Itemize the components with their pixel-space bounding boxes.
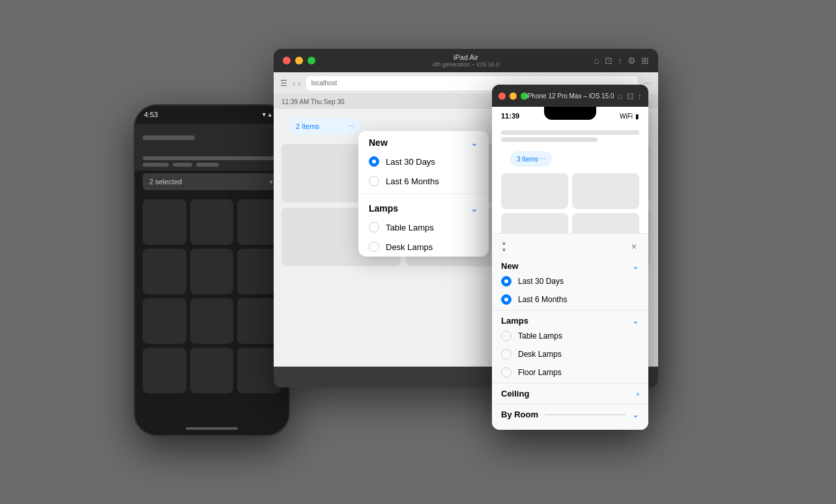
iphone-screenshot-icon[interactable]: ⊡ bbox=[627, 91, 634, 101]
iphone-content: 3 Items ⋯ bbox=[492, 125, 648, 251]
iphone-close-traffic-light[interactable] bbox=[498, 92, 506, 100]
ipad-window-title-main: iPad Air bbox=[433, 53, 500, 61]
ipad-popup-label-last6months: Last 6 Months bbox=[386, 176, 439, 186]
ipad-popup-radio-desklamps[interactable] bbox=[369, 242, 379, 252]
ipad-popup-radio-tablelamps[interactable] bbox=[369, 222, 379, 232]
android-line-2c bbox=[196, 163, 219, 167]
android-grid bbox=[135, 194, 289, 399]
android-grid-item[interactable] bbox=[190, 199, 234, 245]
android-grid-item[interactable] bbox=[143, 348, 186, 393]
ipad-popup-section2-title: Lamps bbox=[369, 203, 398, 214]
panel-close-button[interactable]: ✕ bbox=[629, 242, 639, 252]
ipad-popup-label-desklamps: Desk Lamps bbox=[386, 242, 433, 252]
android-grid-item[interactable] bbox=[190, 249, 234, 294]
ipad-dropdown-popup: New ⌄ Last 30 Days Last 6 Months Lamps ⌄… bbox=[358, 131, 489, 257]
iphone-panel-item-last6months[interactable]: Last 6 Months bbox=[492, 290, 648, 309]
iphone-panel-radio-tablelamps[interactable] bbox=[501, 331, 512, 341]
panel-up-icon[interactable]: ▲ bbox=[501, 240, 507, 246]
ipad-popup-radio-last30[interactable] bbox=[369, 156, 379, 167]
grid-icon[interactable]: ⊞ bbox=[641, 55, 649, 66]
ipad-date-text: 11:39 AM Thu Sep 30 bbox=[281, 98, 345, 105]
ipad-popup-section2-chevron-icon[interactable]: ⌄ bbox=[470, 203, 478, 214]
ipad-popup-item-desklamps[interactable]: Desk Lamps bbox=[358, 237, 489, 257]
iphone-window: iPhone 12 Pro Max – iOS 15.0 ⌂ ⊡ ↑ 11:39… bbox=[492, 85, 648, 430]
iphone-share-icon[interactable]: ↑ bbox=[638, 91, 642, 101]
iphone-panel-label-last6months: Last 6 Months bbox=[518, 295, 567, 304]
android-dropdown[interactable]: 2 selected ▼ bbox=[143, 173, 281, 190]
iphone-titlebar: iPhone 12 Pro Max – iOS 15.0 ⌂ ⊡ ↑ bbox=[492, 85, 648, 107]
share-icon[interactable]: ↑ bbox=[618, 55, 622, 66]
iphone-panel-section-lamps-title: Lamps bbox=[501, 316, 528, 326]
ipad-traffic-lights bbox=[283, 57, 315, 64]
iphone-panel-new-chevron-icon[interactable]: ⌄ bbox=[632, 261, 639, 271]
android-line-2b bbox=[173, 163, 192, 167]
ipad-titlebar: iPad Air 4th generation – iOS 16.0 ⌂ ⊡ ↑… bbox=[274, 49, 658, 72]
android-line-1 bbox=[143, 156, 281, 160]
iphone-notch bbox=[544, 107, 596, 120]
ipad-popup-item-tablelamps[interactable]: Table Lamps bbox=[358, 217, 489, 237]
ipad-popup-section1-chevron-icon[interactable]: ⌄ bbox=[470, 137, 478, 148]
iphone-panel-radio-floorlamps[interactable] bbox=[501, 367, 512, 378]
iphone-dropdown-panel: ▲ ▼ ✕ New ⌄ Last 30 Days Last 6 Months bbox=[492, 233, 648, 430]
iphone-header-line-2 bbox=[501, 137, 598, 142]
ipad-popup-item-last30[interactable]: Last 30 Days bbox=[358, 152, 489, 171]
ipad-popup-radio-last6months[interactable] bbox=[369, 176, 379, 186]
iphone-mini-item[interactable] bbox=[572, 173, 639, 209]
iphone-panel-ceiling-chevron-icon[interactable]: › bbox=[637, 389, 639, 399]
android-line-row bbox=[143, 163, 281, 167]
iphone-panel-item-desklamps[interactable]: Desk Lamps bbox=[492, 345, 648, 363]
iphone-panel-byroom-label: By Room bbox=[501, 410, 538, 419]
iphone-home-icon[interactable]: ⌂ bbox=[618, 91, 623, 101]
iphone-panel-item-floorlamps[interactable]: Floor Lamps bbox=[492, 363, 648, 382]
iphone-minimize-traffic-light[interactable] bbox=[510, 92, 517, 100]
close-traffic-light[interactable] bbox=[283, 57, 291, 64]
iphone-panel-section-ceiling[interactable]: Ceiling › bbox=[492, 385, 648, 402]
android-grid-item[interactable] bbox=[143, 249, 186, 294]
iphone-panel-radio-last6months[interactable] bbox=[501, 294, 512, 305]
ipad-items-bar[interactable]: 2 Items ⋯ bbox=[289, 118, 361, 135]
iphone-panel-section-byroom[interactable]: By Room ⌄ bbox=[492, 406, 648, 423]
screenshot-icon[interactable]: ⊡ bbox=[605, 55, 613, 66]
ipad-popup-section2-header: Lamps ⌄ bbox=[358, 197, 489, 217]
minimize-traffic-light[interactable] bbox=[295, 57, 303, 64]
panel-down-icon[interactable]: ▼ bbox=[501, 247, 507, 253]
android-phone: 4:53 ▼▲ ▌ 2 selected ▼ bbox=[134, 104, 290, 436]
iphone-mini-item[interactable] bbox=[501, 173, 568, 209]
iphone-window-icons: ⌂ ⊡ ↑ bbox=[618, 91, 642, 101]
android-status-bar: 4:53 ▼▲ ▌ bbox=[135, 105, 289, 124]
android-grid-item[interactable] bbox=[190, 348, 234, 393]
android-grid-item[interactable] bbox=[143, 199, 186, 245]
android-search-area bbox=[135, 151, 289, 171]
iphone-panel-nav-arrows: ▲ ▼ bbox=[501, 240, 507, 253]
back-icon[interactable]: ‹ bbox=[293, 78, 295, 88]
forward-icon[interactable]: › bbox=[298, 78, 300, 88]
iphone-header-lines bbox=[492, 125, 648, 147]
iphone-panel-divider-3 bbox=[492, 404, 648, 404]
ipad-window-icons: ⌂ ⊡ ↑ ⚙ ⊞ bbox=[594, 55, 649, 66]
android-line-2a bbox=[143, 163, 169, 167]
iphone-window-title: iPhone 12 Pro Max – iOS 15.0 bbox=[526, 92, 614, 100]
iphone-status-icons: WiFi ▮ bbox=[620, 113, 639, 120]
android-home-indicator bbox=[186, 427, 238, 430]
iphone-panel-lamps-chevron-icon[interactable]: ⌄ bbox=[632, 316, 639, 326]
ipad-popup-divider bbox=[358, 193, 489, 194]
iphone-items-text: 3 Items bbox=[517, 156, 538, 163]
ipad-nav-sidebar-icon[interactable]: ☰ bbox=[280, 79, 287, 88]
iphone-header-line-1 bbox=[501, 130, 639, 135]
iphone-panel-radio-desklamps[interactable] bbox=[501, 349, 512, 359]
iphone-panel-byroom-chevron-icon[interactable]: ⌄ bbox=[632, 410, 639, 419]
android-grid-item[interactable] bbox=[190, 298, 234, 344]
ipad-popup-item-last6months[interactable]: Last 6 Months bbox=[358, 171, 489, 191]
iphone-items-bar[interactable]: 3 Items ⋯ bbox=[510, 151, 552, 167]
home-icon[interactable]: ⌂ bbox=[594, 55, 599, 66]
maximize-traffic-light[interactable] bbox=[308, 57, 315, 64]
iphone-panel-item-last30[interactable]: Last 30 Days bbox=[492, 272, 648, 290]
android-grid-item[interactable] bbox=[143, 298, 186, 344]
iphone-panel-label-floorlamps: Floor Lamps bbox=[518, 368, 562, 377]
iphone-panel-label-desklamps: Desk Lamps bbox=[518, 350, 562, 359]
settings-icon[interactable]: ⚙ bbox=[627, 55, 636, 66]
iphone-panel-divider-1 bbox=[492, 310, 648, 311]
iphone-panel-radio-last30[interactable] bbox=[501, 276, 512, 287]
ipad-popup-label-last30: Last 30 Days bbox=[386, 157, 435, 167]
iphone-panel-item-tablelamps[interactable]: Table Lamps bbox=[492, 327, 648, 345]
